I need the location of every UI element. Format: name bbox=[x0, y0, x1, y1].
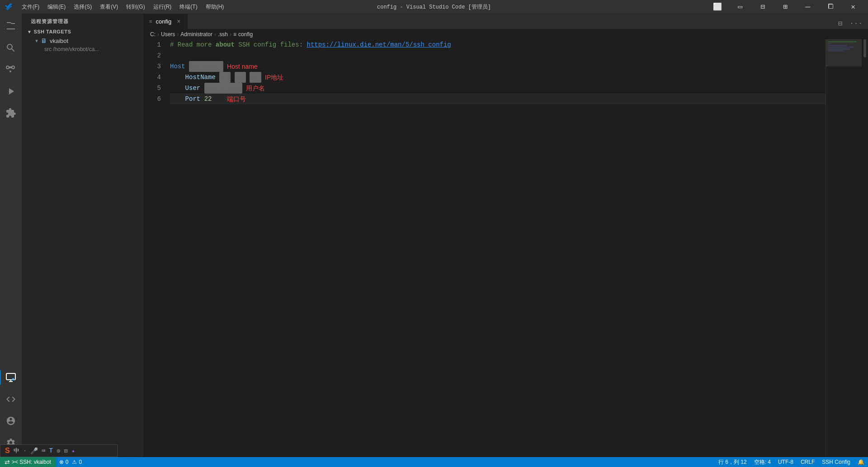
breadcrumb-admin[interactable]: Administrator bbox=[180, 31, 212, 38]
status-remote[interactable]: ⇄ >< SSH: vkaibot bbox=[0, 457, 56, 467]
code-line-1: # Read more about SSH config files: http… bbox=[170, 39, 826, 50]
status-encoding[interactable]: UTF-8 bbox=[774, 457, 797, 467]
status-notifications[interactable]: 🔔 bbox=[854, 457, 868, 467]
warning-icon: ⚠ bbox=[72, 459, 77, 465]
ssh-subitem[interactable]: src /home/vkrobot/ca... bbox=[22, 45, 143, 53]
menu-terminal[interactable]: 终端(T) bbox=[176, 2, 201, 12]
ime-keyboard-icon[interactable]: ⌨ bbox=[42, 447, 45, 455]
tab-config[interactable]: ≡ config × bbox=[144, 14, 188, 29]
scrollbar-thumb bbox=[863, 39, 866, 57]
code-editor[interactable]: # Read more about SSH config files: http… bbox=[166, 39, 826, 457]
status-cursor-pos[interactable]: 行 6，列 12 bbox=[715, 457, 750, 467]
code-link[interactable]: https://linux.die.net/man/5/ssh_config bbox=[307, 39, 451, 50]
activity-extensions[interactable] bbox=[0, 102, 22, 124]
status-language[interactable]: SSH Config bbox=[818, 457, 854, 467]
code-space2 bbox=[223, 61, 227, 72]
activity-accounts[interactable] bbox=[0, 410, 22, 432]
ime-chinese-label: 中 bbox=[14, 447, 19, 455]
cursor-label: 行 6，列 12 bbox=[718, 458, 747, 466]
code-space5 bbox=[246, 72, 250, 83]
breadcrumb-users[interactable]: Users bbox=[161, 31, 175, 38]
layout-sidebar-btn[interactable]: ⬜ bbox=[707, 0, 728, 14]
code-line-3: Host xxxxxxxxx Host name bbox=[170, 61, 826, 72]
status-bar: ⇄ >< SSH: vkaibot ⊗ 0 ⚠ 0 行 6，列 12 空格: 4… bbox=[0, 457, 868, 467]
vertical-scrollbar[interactable] bbox=[862, 39, 868, 457]
breadcrumb-filename: config bbox=[238, 31, 253, 38]
breadcrumb-ssh[interactable]: .ssh bbox=[218, 31, 228, 38]
breadcrumb: C: › Users › Administrator › .ssh › ≡ co… bbox=[144, 29, 868, 39]
breadcrumb-file[interactable]: ≡ config bbox=[233, 31, 253, 38]
activity-explorer[interactable] bbox=[0, 15, 22, 37]
menu-goto[interactable]: 转到(G) bbox=[123, 2, 148, 12]
close-btn[interactable]: ✕ bbox=[843, 0, 863, 14]
code-blur-ip3: xxx bbox=[250, 72, 261, 83]
minimize-btn[interactable]: — bbox=[797, 0, 818, 14]
activity-search[interactable] bbox=[0, 37, 22, 59]
code-space6 bbox=[261, 72, 265, 83]
minimap[interactable] bbox=[826, 39, 862, 457]
ime-grid-icon[interactable]: ⊞ bbox=[64, 447, 67, 455]
editor-content[interactable]: 1 2 3 4 5 6 # Read more about SSH config… bbox=[144, 39, 868, 457]
activity-run-debug[interactable] bbox=[0, 80, 22, 102]
menu-edit[interactable]: 编辑(E) bbox=[44, 2, 69, 12]
ssh-targets-label: SSH TARGETS bbox=[33, 29, 71, 34]
activity-source-control[interactable] bbox=[0, 59, 22, 80]
restore-btn[interactable]: ⧠ bbox=[820, 0, 841, 14]
code-annotation-port: 端口号 bbox=[227, 94, 246, 104]
ime-mic-icon[interactable]: 🎤 bbox=[30, 447, 38, 455]
menu-file[interactable]: 文件(F) bbox=[18, 2, 43, 12]
tab-close-btn[interactable]: × bbox=[175, 17, 182, 26]
code-number-port: 22 bbox=[204, 94, 212, 104]
activity-bar bbox=[0, 14, 22, 457]
code-line-5: User xxxxxxxxxx 用户名 bbox=[170, 83, 826, 94]
status-errors[interactable]: ⊗ 0 ⚠ 0 bbox=[56, 457, 85, 467]
code-blur-host: xxxxxxxxx bbox=[189, 61, 223, 72]
activity-remote-explorer[interactable] bbox=[0, 367, 22, 388]
code-space3 bbox=[216, 72, 219, 83]
ssh-host-item[interactable]: ▼ 🖥 vkaibot bbox=[22, 36, 143, 45]
ime-input-bar[interactable]: S 中 · 🎤 ⌨ T ⊕ ⊞ ✦ bbox=[0, 444, 118, 457]
code-space8 bbox=[242, 83, 246, 94]
minimap-content bbox=[826, 39, 862, 54]
eol-label: CRLF bbox=[801, 459, 815, 465]
menu-help[interactable]: 帮助(H) bbox=[202, 2, 228, 12]
ime-t-icon[interactable]: T bbox=[49, 447, 53, 454]
line-numbers: 1 2 3 4 5 6 bbox=[144, 39, 166, 457]
code-indent bbox=[170, 72, 185, 83]
breadcrumb-drive[interactable]: C: bbox=[150, 31, 156, 38]
code-indent3 bbox=[170, 94, 185, 104]
status-right: 行 6，列 12 空格: 4 UTF-8 CRLF SSH Config 🔔 bbox=[715, 457, 868, 467]
language-label: SSH Config bbox=[822, 459, 850, 465]
layout-custom-btn[interactable]: ⊞ bbox=[775, 0, 796, 14]
ime-circle-icon[interactable]: ⊕ bbox=[57, 447, 60, 455]
code-property-user: User bbox=[185, 83, 201, 94]
code-annotation-ip: IP地址 bbox=[265, 72, 283, 83]
sidebar-title: 远程资源管理器 bbox=[22, 14, 143, 27]
activity-dev-containers[interactable] bbox=[0, 388, 22, 410]
status-indent[interactable]: 空格: 4 bbox=[750, 457, 774, 467]
status-left: ⇄ >< SSH: vkaibot ⊗ 0 ⚠ 0 bbox=[0, 457, 85, 467]
code-line-2 bbox=[170, 50, 826, 61]
error-icon: ⊗ bbox=[59, 459, 64, 465]
menu-run[interactable]: 运行(R) bbox=[150, 2, 175, 12]
editor-area: ≡ config × ⊟ ··· C: › Users › Administra… bbox=[144, 14, 868, 457]
title-bar: 文件(F) 编辑(E) 选择(S) 查看(V) 转到(G) 运行(R) 终端(T… bbox=[0, 0, 868, 14]
layout-split-btn[interactable]: ⊟ bbox=[752, 0, 773, 14]
layout-panel-btn[interactable]: ▭ bbox=[730, 0, 750, 14]
split-editor-btn[interactable]: ⊟ bbox=[836, 18, 844, 29]
code-annotation-user: 用户名 bbox=[246, 83, 265, 94]
code-token: # Read more about SSH config files: bbox=[170, 39, 307, 50]
error-count: 0 bbox=[66, 459, 69, 465]
menu-view[interactable]: 查看(V) bbox=[96, 2, 122, 12]
status-eol[interactable]: CRLF bbox=[797, 457, 818, 467]
ime-star-icon[interactable]: ✦ bbox=[71, 447, 75, 455]
ssh-targets-header[interactable]: ▼ SSH TARGETS bbox=[22, 27, 143, 36]
window-controls: ⬜ ▭ ⊟ ⊞ — ⧠ ✕ bbox=[707, 0, 863, 14]
indent-label: 空格: 4 bbox=[754, 458, 771, 466]
more-actions-btn[interactable]: ··· bbox=[848, 19, 864, 28]
code-space7 bbox=[200, 83, 204, 94]
menu-select[interactable]: 选择(S) bbox=[70, 2, 95, 12]
ime-dot-icon: · bbox=[23, 447, 27, 454]
code-line-6: Port 22 端口号 bbox=[170, 94, 826, 104]
code-property-port: Port bbox=[185, 94, 201, 104]
